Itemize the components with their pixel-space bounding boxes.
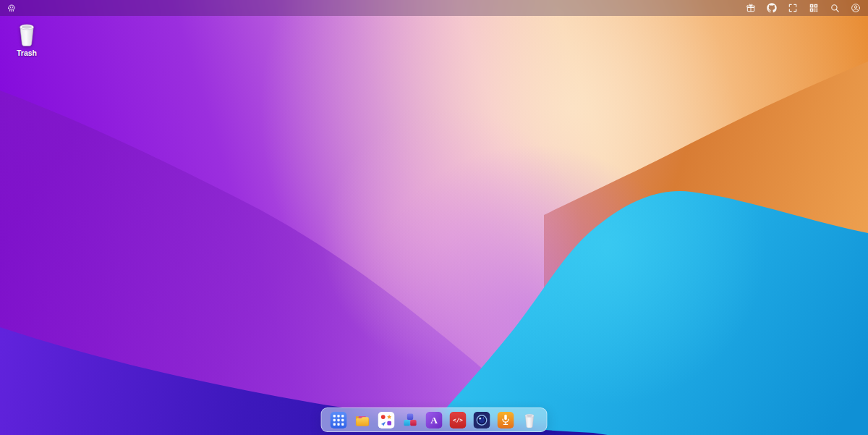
microphone-icon (498, 412, 514, 428)
gift-icon[interactable] (745, 2, 757, 14)
trash-empty-icon (522, 412, 538, 428)
desktop-icon-trash[interactable]: Trash (9, 21, 44, 57)
qr-code-icon[interactable] (808, 2, 820, 14)
dock-item-app-center[interactable] (378, 412, 395, 428)
dock-item-camera[interactable] (474, 412, 490, 428)
dock-item-voice-recorder[interactable] (498, 412, 514, 428)
trash-empty-icon (15, 21, 38, 47)
account-icon[interactable] (850, 2, 861, 14)
folder-icon (354, 412, 371, 428)
puter-logo-icon[interactable] (6, 2, 17, 14)
github-icon[interactable] (766, 2, 778, 14)
svg-text:</>: </> (453, 417, 463, 423)
dock: A </> (321, 407, 548, 432)
dock-item-app-launcher[interactable] (331, 412, 347, 428)
letter-a-icon: A (426, 412, 443, 428)
desktop-icon-label: Trash (17, 48, 37, 57)
svg-text:A: A (430, 415, 438, 426)
wallpaper-image (0, 0, 868, 435)
search-icon[interactable] (829, 2, 841, 14)
app-center-shapes-icon (378, 412, 395, 428)
dock-item-trash[interactable] (522, 412, 538, 428)
camera-lens-icon (474, 412, 490, 428)
code-tag-icon: </> (450, 412, 467, 428)
dock-item-text-editor[interactable]: A (426, 412, 443, 428)
fullscreen-icon[interactable] (787, 2, 799, 14)
grid-launcher-icon (331, 412, 347, 428)
three-cubes-icon (402, 412, 419, 428)
dock-item-code-editor[interactable]: </> (450, 412, 467, 428)
desktop: Trash (0, 0, 868, 435)
dock-item-blocks[interactable] (402, 412, 419, 428)
dock-item-file-manager[interactable] (354, 412, 371, 428)
top-menu-bar (0, 0, 868, 16)
